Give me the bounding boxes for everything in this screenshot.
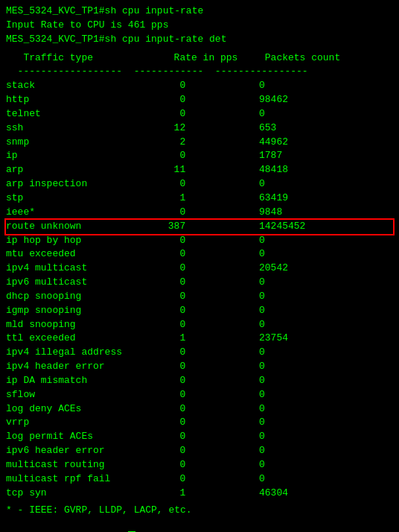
cell-type: ssh bbox=[6, 121, 162, 136]
table-header: Traffic type Rate in pps Packets count bbox=[6, 51, 393, 66]
cell-type: stack bbox=[6, 79, 162, 93]
cell-rate: 0 bbox=[162, 402, 259, 417]
cell-type: ip bbox=[6, 149, 162, 163]
terminal: MES_5324_KVC_TP1#sh cpu input-rate Input… bbox=[6, 4, 393, 532]
table-row: mld snooping 0 0 bbox=[6, 318, 393, 332]
cell-count: 0 bbox=[259, 304, 265, 318]
table-row: sflow 0 0 bbox=[6, 388, 393, 402]
cell-rate: 0 bbox=[162, 234, 259, 248]
header-rate: Rate in pps bbox=[162, 51, 259, 66]
table-row: arp inspection 0 0 bbox=[6, 177, 393, 191]
table-divider: ------------------ ------------ --------… bbox=[6, 65, 393, 79]
cell-rate: 0 bbox=[162, 472, 259, 487]
cell-type: mld snooping bbox=[6, 318, 162, 332]
cell-count: 44962 bbox=[259, 136, 288, 150]
table-row: tcp syn 1 46304 bbox=[6, 487, 393, 501]
table-row: multicast routing 0 0 bbox=[6, 458, 393, 472]
command-line-2: MES_5324_KVC_TP1#sh cpu input-rate det bbox=[6, 33, 393, 47]
cell-type: arp inspection bbox=[6, 177, 162, 191]
cell-rate: 0 bbox=[162, 247, 259, 262]
cell-type: stp bbox=[6, 191, 162, 206]
cell-rate: 0 bbox=[162, 262, 259, 276]
cell-rate: 1 bbox=[162, 487, 259, 501]
cell-type: http bbox=[6, 93, 162, 107]
header-type: Traffic type bbox=[6, 51, 162, 66]
cell-count: 0 bbox=[259, 234, 265, 248]
cell-type: ipv6 multicast bbox=[6, 276, 162, 290]
cell-type: ipv4 multicast bbox=[6, 262, 162, 276]
cell-rate: 1 bbox=[162, 191, 259, 206]
cell-count: 98462 bbox=[259, 93, 288, 107]
table-row: ipv4 header error 0 0 bbox=[6, 360, 393, 374]
cell-rate: 0 bbox=[162, 444, 259, 458]
cell-rate: 0 bbox=[162, 304, 259, 318]
cell-count: 0 bbox=[259, 416, 265, 430]
cell-rate: 0 bbox=[162, 374, 259, 388]
cell-rate: 12 bbox=[162, 121, 259, 136]
cell-count: 20542 bbox=[259, 262, 288, 276]
cell-type: log permit ACEs bbox=[6, 430, 162, 444]
cell-count: 1787 bbox=[259, 149, 282, 163]
cell-type: mtu exceeded bbox=[6, 247, 162, 262]
cell-type: telnet bbox=[6, 107, 162, 121]
table-row: ip 0 1787 bbox=[6, 149, 393, 163]
cell-rate: 0 bbox=[162, 346, 259, 360]
cell-rate: 0 bbox=[162, 79, 259, 93]
table-row: dhcp snooping 0 0 bbox=[6, 290, 393, 304]
table-row: ipv6 multicast 0 0 bbox=[6, 276, 393, 290]
cell-type: ttl exceeded bbox=[6, 332, 162, 346]
table-row: ieee* 0 9848 bbox=[6, 206, 393, 220]
cell-count: 0 bbox=[259, 107, 265, 121]
cell-count: 0 bbox=[259, 290, 265, 304]
cell-rate: 0 bbox=[162, 93, 259, 107]
cell-count: 0 bbox=[259, 247, 265, 262]
cell-count: 0 bbox=[259, 177, 265, 191]
cell-type: ipv4 header error bbox=[6, 360, 162, 374]
cell-count: 46304 bbox=[259, 487, 288, 501]
cell-rate: 0 bbox=[162, 206, 259, 220]
cell-type: multicast rpf fail bbox=[6, 472, 162, 487]
cell-rate: 0 bbox=[162, 107, 259, 121]
cell-type: ipv6 header error bbox=[6, 444, 162, 458]
cell-count: 23754 bbox=[259, 332, 288, 346]
cell-rate: 387 bbox=[162, 220, 259, 234]
table-body: stack 0 0http 0 98462telnet 0 0ssh 12 65… bbox=[6, 79, 393, 500]
cell-type: ip DA mismatch bbox=[6, 374, 162, 388]
table-row: ip DA mismatch 0 0 bbox=[6, 374, 393, 388]
cell-type: multicast routing bbox=[6, 458, 162, 472]
table-row: stack 0 0 bbox=[6, 79, 393, 93]
cell-count: 0 bbox=[259, 430, 265, 444]
cell-type: route unknown bbox=[6, 220, 162, 234]
header-count: Packets count bbox=[259, 51, 340, 66]
cell-rate: 0 bbox=[162, 430, 259, 444]
table-row: log deny ACEs 0 0 bbox=[6, 402, 393, 417]
output-line-1: Input Rate to CPU is 461 pps bbox=[6, 19, 393, 33]
cell-type: log deny ACEs bbox=[6, 402, 162, 417]
final-prompt: MES_5324_KVC_TP1# bbox=[6, 517, 393, 532]
table-row: route unknown 387 14245452 bbox=[6, 220, 393, 234]
cell-rate: 1 bbox=[162, 332, 259, 346]
table: Traffic type Rate in pps Packets count -… bbox=[6, 51, 393, 501]
cell-count: 0 bbox=[259, 276, 265, 290]
cell-type: arp bbox=[6, 163, 162, 177]
cell-count: 0 bbox=[259, 360, 265, 374]
cell-rate: 0 bbox=[162, 149, 259, 163]
table-row: ipv4 illegal address 0 0 bbox=[6, 346, 393, 360]
table-row: stp 1 63419 bbox=[6, 191, 393, 206]
table-row: vrrp 0 0 bbox=[6, 416, 393, 430]
cell-count: 48418 bbox=[259, 163, 288, 177]
cell-count: 0 bbox=[259, 472, 265, 487]
table-row: http 0 98462 bbox=[6, 93, 393, 107]
cell-type: ieee* bbox=[6, 206, 162, 220]
table-row: ttl exceeded 1 23754 bbox=[6, 332, 393, 346]
cell-count: 0 bbox=[259, 346, 265, 360]
cell-count: 14245452 bbox=[259, 220, 305, 234]
cell-count: 0 bbox=[259, 458, 265, 472]
cell-rate: 0 bbox=[162, 276, 259, 290]
cell-count: 63419 bbox=[259, 191, 288, 206]
cell-count: 653 bbox=[259, 121, 276, 136]
table-row: ipv4 multicast 0 20542 bbox=[6, 262, 393, 276]
cell-count: 9848 bbox=[259, 206, 282, 220]
cell-rate: 0 bbox=[162, 318, 259, 332]
table-row: snmp 2 44962 bbox=[6, 136, 393, 150]
